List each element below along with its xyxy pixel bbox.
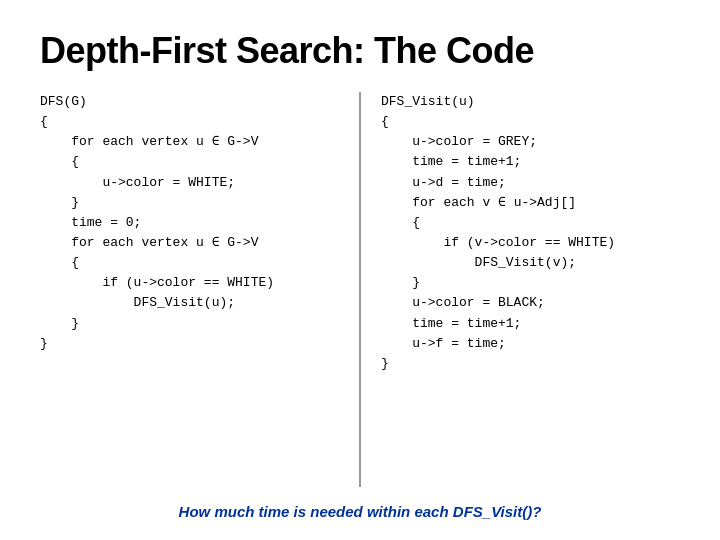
right-code-block: DFS_Visit(u) { u->color = GREY; time = t…	[381, 92, 680, 374]
left-code-block: DFS(G) { for each vertex u ∈ G->V { u->c…	[40, 92, 339, 354]
right-code-column: DFS_Visit(u) { u->color = GREY; time = t…	[361, 92, 680, 487]
slide: Depth-First Search: The Code DFS(G) { fo…	[0, 0, 720, 540]
slide-title: Depth-First Search: The Code	[40, 30, 680, 72]
code-section: DFS(G) { for each vertex u ∈ G->V { u->c…	[40, 92, 680, 487]
footer-text: How much time is needed within each DFS_…	[40, 503, 680, 520]
left-code-column: DFS(G) { for each vertex u ∈ G->V { u->c…	[40, 92, 361, 487]
